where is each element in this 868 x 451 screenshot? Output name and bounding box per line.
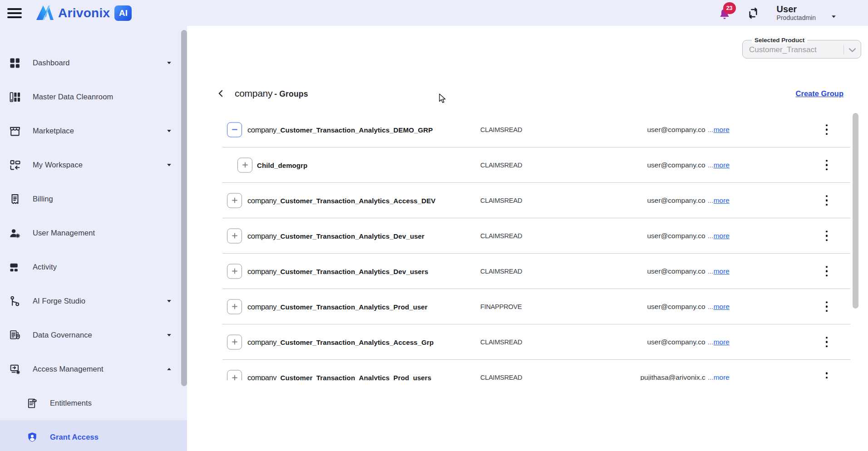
group-users: user@company.co...more — [647, 338, 730, 346]
group-name-text: _Customer_Transaction_Analytics_Access_D… — [276, 196, 435, 204]
chevron-down-icon[interactable] — [831, 15, 836, 18]
switch-product-icon[interactable] — [746, 6, 760, 20]
columns-icon — [8, 90, 22, 104]
more-link[interactable]: more — [714, 161, 730, 169]
group-name-text: _Customer_Transaction_Analytics_Access_G… — [276, 338, 434, 346]
sidebar-item-data-governance[interactable]: Data Governance — [0, 318, 187, 352]
group-row: company_Customer_Transaction_Analytics_P… — [222, 289, 850, 324]
more-link[interactable]: more — [714, 232, 730, 240]
menu-icon[interactable] — [7, 8, 22, 18]
chevron-down-icon — [167, 61, 172, 64]
permission-label: CLAIMSREAD — [480, 126, 522, 133]
sidebar: Dashboard Master Data Cleanroom Marketpl… — [0, 26, 187, 451]
storefront-icon — [8, 124, 22, 138]
group-users: user@company.co...more — [647, 267, 730, 275]
sidebar-item-label: User Management — [33, 229, 172, 237]
user-gear-icon — [8, 226, 22, 240]
more-link[interactable]: more — [714, 196, 730, 204]
group-users: user@company.co...more — [647, 303, 730, 311]
group-users: user@company.co...more — [647, 232, 730, 240]
page-header: company - Groups Create Group — [217, 84, 843, 103]
user-name: User — [777, 4, 816, 14]
user-email: user@company.co — [647, 303, 705, 310]
sidebar-scrollbar[interactable] — [181, 30, 187, 386]
permission-label: CLAIMSREAD — [480, 268, 522, 275]
row-menu-button[interactable] — [824, 299, 830, 314]
shield-user-icon — [25, 431, 39, 444]
user-email: user@company.co — [647, 338, 705, 346]
divider — [843, 45, 844, 55]
group-name: Child_demogrp — [257, 161, 307, 169]
sidebar-item-dashboard[interactable]: Dashboard — [0, 46, 187, 80]
expand-button[interactable] — [227, 299, 242, 314]
more-link[interactable]: more — [714, 373, 730, 380]
ellipsis: ... — [708, 161, 714, 169]
chevron-down-icon — [167, 299, 172, 303]
group-row: company_Customer_Transaction_Analytics_D… — [222, 112, 850, 147]
chevron-down-icon — [848, 48, 856, 53]
row-menu-button[interactable] — [824, 229, 830, 243]
expand-button[interactable] — [227, 264, 242, 279]
more-link[interactable]: more — [714, 267, 730, 275]
expand-button[interactable] — [237, 157, 252, 172]
more-link[interactable]: more — [714, 338, 730, 346]
app-logo[interactable]: Arivonix AI — [35, 4, 132, 23]
sidebar-item-activity[interactable]: Activity — [0, 250, 187, 284]
expand-button[interactable] — [227, 370, 242, 381]
ellipsis: ... — [708, 373, 714, 380]
row-menu-button[interactable] — [824, 370, 830, 380]
sidebar-item-label: Data Governance — [33, 331, 156, 339]
user-email: user@company.co — [647, 126, 705, 133]
group-users: user@company.co...more — [647, 161, 730, 169]
user-email: user@company.co — [647, 161, 705, 169]
user-email: pujithasa@arivonix.c — [641, 373, 705, 380]
topbar: Arivonix AI 23 User Productadmin — [0, 0, 868, 26]
group-name-text: Child_demogrp — [257, 161, 307, 169]
expand-button[interactable] — [227, 334, 242, 349]
expand-button[interactable] — [227, 228, 242, 243]
row-menu-button[interactable] — [824, 264, 830, 279]
row-menu-button[interactable] — [824, 123, 830, 137]
brand-name: Arivonix — [58, 6, 110, 20]
sidebar-item-user-management[interactable]: User Management — [0, 216, 187, 250]
chevron-down-icon — [167, 163, 172, 167]
selected-product-dropdown[interactable]: Selected Product Customer_Transact — [742, 37, 861, 59]
sidebar-item-label: Master Data Cleanroom — [33, 93, 172, 101]
sidebar-item-my-workspace[interactable]: My Workspace — [0, 148, 187, 182]
permission-label: CLAIMSREAD — [480, 374, 522, 380]
row-menu-button[interactable] — [824, 335, 830, 349]
sidebar-item-grant-access[interactable]: Grant Access — [0, 420, 187, 451]
back-button[interactable] — [217, 88, 226, 99]
document-tag-icon — [25, 397, 39, 410]
group-name: company_Customer_Transaction_Analytics_D… — [247, 267, 428, 275]
group-name-prefix: company — [247, 302, 276, 310]
more-link[interactable]: more — [714, 303, 730, 310]
groups-list: company_Customer_Transaction_Analytics_D… — [222, 112, 850, 380]
group-users: user@company.co...more — [647, 126, 730, 134]
sidebar-item-ai-forge-studio[interactable]: AI Forge Studio — [0, 284, 187, 318]
sidebar-item-master-data-cleanroom[interactable]: Master Data Cleanroom — [0, 80, 187, 114]
sidebar-item-marketplace[interactable]: Marketplace — [0, 114, 187, 148]
chevron-up-icon — [167, 368, 172, 371]
row-menu-button[interactable] — [824, 193, 830, 208]
permission-label: CLAIMSREAD — [480, 232, 522, 240]
group-name-prefix: company — [247, 267, 276, 275]
more-link[interactable]: more — [714, 126, 730, 133]
sidebar-item-entitlements[interactable]: Entitlements — [0, 386, 187, 420]
expand-button[interactable] — [227, 193, 242, 208]
sidebar-item-billing[interactable]: Billing — [0, 182, 187, 216]
sidebar-item-access-management[interactable]: Access Management — [0, 352, 187, 386]
user-menu[interactable]: User Productadmin — [777, 4, 816, 22]
create-group-link[interactable]: Create Group — [796, 89, 843, 98]
row-menu-button[interactable] — [824, 158, 830, 172]
notifications-button[interactable]: 23 — [718, 4, 734, 22]
user-role: Productadmin — [777, 14, 816, 22]
sidebar-item-label: AI Forge Studio — [33, 297, 156, 305]
collapse-button[interactable] — [227, 122, 242, 137]
group-row: company_Customer_Transaction_Analytics_D… — [222, 254, 850, 289]
group-name-text: _Customer_Transaction_Analytics_Prod_use… — [276, 303, 428, 310]
sidebar-item-label: Entitlements — [50, 399, 172, 407]
group-name-text: _Customer_Transaction_Analytics_DEMO_GRP — [276, 126, 433, 133]
sidebar-item-label: Activity — [33, 263, 172, 271]
list-scrollbar[interactable] — [853, 113, 858, 309]
